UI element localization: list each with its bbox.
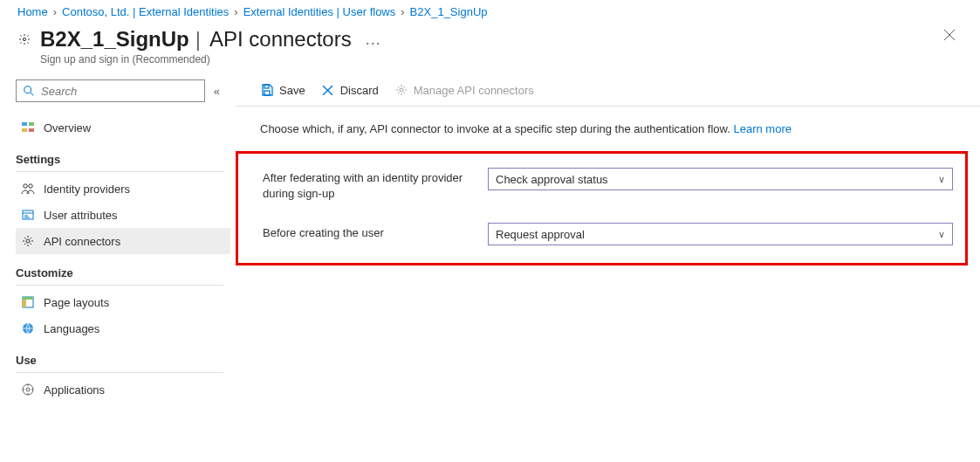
save-icon	[260, 83, 274, 97]
learn-more-link[interactable]: Learn more	[733, 122, 791, 135]
page-title: B2X_1_SignUp	[40, 27, 189, 52]
chevron-down-icon: ∨	[938, 229, 945, 240]
svg-point-22	[400, 88, 403, 92]
user-attributes-icon	[21, 208, 35, 222]
sidebar-section-settings: Settings	[16, 141, 223, 172]
sidebar-item-overview[interactable]: Overview	[16, 114, 236, 141]
svg-rect-5	[22, 128, 27, 132]
chevron-down-icon: ∨	[938, 174, 945, 185]
languages-icon	[21, 321, 35, 335]
sidebar-item-languages[interactable]: Languages	[16, 315, 236, 341]
breadcrumb: Home › Contoso, Ltd. | External Identiti…	[0, 0, 980, 22]
svg-line-2	[31, 93, 34, 96]
search-box[interactable]	[16, 79, 205, 102]
highlighted-config-area: After federating with an identity provid…	[236, 151, 968, 265]
sidebar-item-label: Languages	[44, 322, 99, 335]
page-layouts-icon	[21, 295, 35, 309]
config-label-before-create: Before creating the user	[263, 223, 479, 241]
svg-point-19	[26, 388, 30, 391]
sidebar-section-use: Use	[16, 341, 223, 373]
svg-rect-4	[29, 122, 34, 126]
svg-point-0	[23, 38, 25, 40]
more-button[interactable]: ···	[366, 34, 381, 52]
svg-rect-21	[264, 91, 270, 95]
select-value: Request approval	[496, 228, 585, 241]
breadcrumb-current[interactable]: B2X_1_SignUp	[410, 5, 488, 18]
svg-rect-20	[264, 85, 269, 88]
svg-rect-15	[23, 297, 33, 300]
close-button[interactable]	[943, 29, 956, 44]
chevron-right-icon: ›	[234, 5, 237, 18]
select-before-creating[interactable]: Request approval ∨	[488, 223, 953, 245]
manage-icon	[394, 83, 408, 97]
search-input[interactable]	[41, 85, 199, 98]
breadcrumb-tenant[interactable]: Contoso, Ltd. | External Identities	[62, 5, 229, 18]
sidebar-item-label: Identity providers	[44, 183, 130, 196]
save-button[interactable]: Save	[260, 83, 305, 97]
discard-icon	[321, 83, 335, 97]
config-label-federating: After federating with an identity provid…	[263, 168, 479, 202]
overview-icon	[21, 121, 35, 134]
sidebar-item-page-layouts[interactable]: Page layouts	[16, 289, 236, 315]
sidebar-section-customize: Customize	[16, 254, 223, 286]
collapse-sidebar-button[interactable]: «	[210, 85, 223, 98]
select-after-federating[interactable]: Check approval status ∨	[488, 168, 953, 190]
chevron-right-icon: ›	[401, 5, 404, 18]
svg-point-8	[29, 184, 32, 188]
select-value: Check approval status	[496, 173, 608, 186]
toolbar: Save Discard Manage API connectors	[236, 79, 980, 107]
svg-point-13	[26, 239, 30, 243]
save-label: Save	[279, 84, 305, 97]
sidebar-item-label: Overview	[44, 121, 91, 134]
sidebar-item-identity-providers[interactable]: Identity providers	[16, 176, 236, 202]
chevron-right-icon: ›	[53, 5, 57, 18]
flow-icon	[17, 32, 31, 46]
api-connectors-icon	[21, 234, 35, 248]
discard-label: Discard	[340, 84, 379, 97]
breadcrumb-userflows[interactable]: External Identities | User flows	[243, 5, 396, 18]
sidebar-item-api-connectors[interactable]: API connectors	[16, 228, 230, 254]
sidebar-item-label: Page layouts	[44, 296, 109, 309]
svg-rect-6	[29, 128, 34, 132]
discard-button[interactable]: Discard	[321, 83, 379, 97]
sidebar-item-label: User attributes	[44, 209, 118, 222]
applications-icon	[21, 383, 35, 396]
manage-api-connectors-button: Manage API connectors	[394, 83, 534, 97]
search-icon	[22, 84, 36, 98]
page-subtitle-section: API connectors	[207, 27, 352, 52]
sidebar-item-user-attributes[interactable]: User attributes	[16, 202, 236, 228]
identity-providers-icon	[21, 182, 35, 196]
manage-label: Manage API connectors	[414, 84, 534, 97]
main-content: Save Discard Manage API connectors Choos…	[236, 74, 980, 458]
sidebar-item-label: API connectors	[44, 235, 120, 248]
sidebar-item-label: Applications	[44, 383, 105, 396]
breadcrumb-home[interactable]: Home	[17, 5, 48, 18]
sidebar-item-applications[interactable]: Applications	[16, 376, 236, 403]
svg-point-1	[24, 86, 31, 93]
description: Choose which, if any, API connector to i…	[236, 107, 980, 146]
page-subtitle: Sign up and sign in (Recommended)	[40, 53, 352, 66]
svg-rect-16	[23, 300, 26, 307]
page-header: B2X_1_SignUp | API connectors Sign up an…	[0, 22, 980, 74]
svg-point-7	[24, 184, 27, 188]
svg-rect-3	[22, 122, 27, 126]
sidebar: « Overview Settings Identity providers U…	[0, 74, 236, 458]
